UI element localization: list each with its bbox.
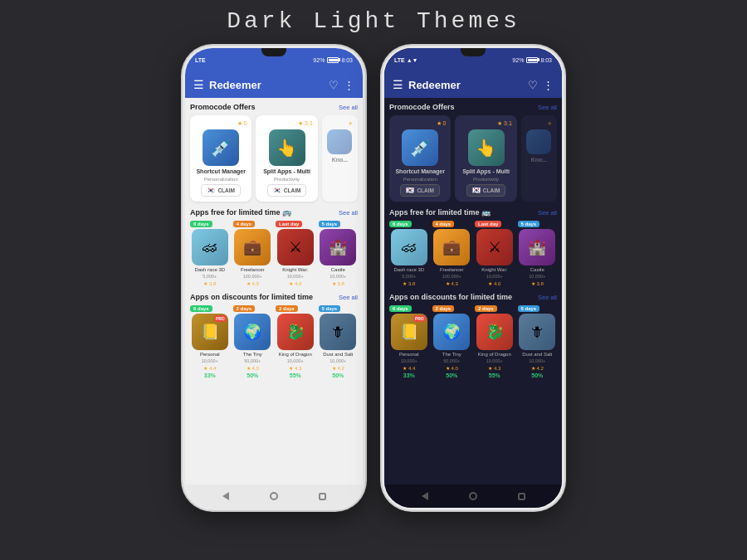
game-count-1-light: 5,000+ xyxy=(203,274,217,279)
disc-card-4-dark[interactable]: 5 days 🗡 Dust and Salt 10,000+ ★ 4.2 50% xyxy=(518,305,558,378)
game-thumb-2-light: 💼 xyxy=(234,229,271,265)
disc-thumb-1-dark: 📒 PRO xyxy=(391,314,427,350)
game-card-3-light[interactable]: Last day ⚔ Knight War: 10,000+ ★ 4.0 xyxy=(276,221,315,286)
disc-card-2-light[interactable]: 2 days 🌍 The Tiny 50,000+ ★ 4.0 50% xyxy=(233,305,273,378)
back-btn-light[interactable] xyxy=(219,489,232,503)
promo-card-1-light[interactable]: ★ 0 💉 Shortcut Manager Personalization 🇰… xyxy=(190,115,251,202)
status-right-light: 92% 8:03 xyxy=(313,57,353,63)
game-count-1-dark: 5,000+ xyxy=(402,274,416,279)
promo-star-1-dark: ★ 0 xyxy=(437,120,447,127)
discount-see-all-dark[interactable]: See all xyxy=(538,294,557,301)
home-btn-dark[interactable] xyxy=(466,489,480,503)
promo-name-2-dark: Split Apps - Multi xyxy=(462,168,510,174)
game-card-1-light[interactable]: 6 days 🏎 Dash race 3D 5,000+ ★ 3.8 xyxy=(190,221,230,286)
claim-btn-1-dark[interactable]: 🇰🇷 CLAIM xyxy=(400,184,440,197)
promo-star-1-light: ★ 0 xyxy=(237,120,247,127)
promo-icon-2-light: 👆 xyxy=(269,129,305,166)
back-btn-dark[interactable] xyxy=(418,489,432,503)
game-badge-3-dark: Last day xyxy=(475,221,501,227)
free-apps-title-dark: Apps free for limited time 🚌 xyxy=(389,208,491,217)
hamburger-icon-light[interactable]: ☰ xyxy=(193,78,204,91)
recents-btn-light[interactable] xyxy=(315,489,329,503)
status-left-light: LTE xyxy=(195,57,206,63)
disc-card-1-light[interactable]: 6 days 📒 PRO Personal 10,000+ ★ 4.4 33% xyxy=(190,305,230,378)
app-header-dark: ☰ Redeemer ♡ ⋮ xyxy=(384,71,562,98)
game-badge-2-dark: 4 days xyxy=(432,221,455,227)
recents-btn-dark[interactable] xyxy=(515,489,528,503)
more-icon-dark[interactable]: ⋮ xyxy=(543,79,554,91)
hamburger-icon-dark[interactable]: ☰ xyxy=(393,78,403,91)
game-badge-4-light: 5 days xyxy=(319,221,341,227)
promo-header-dark: Promocode Offers See all xyxy=(389,103,557,111)
free-apps-see-all-light[interactable]: See all xyxy=(339,209,358,217)
game-name-2-light: Freelancer xyxy=(241,267,265,272)
flag-icon-2-light: 🇰🇷 xyxy=(273,187,281,194)
time-dark: 8:03 xyxy=(540,57,552,63)
game-card-3-dark[interactable]: Last day ⚔ Knight War: 10,000+ ★ 4.0 xyxy=(475,221,515,286)
game-badge-4-dark: 5 days xyxy=(518,221,540,227)
game-card-2-light[interactable]: 4 days 💼 Freelancer 100,000+ ★ 4.3 xyxy=(233,221,273,286)
promo-section-dark: Promocode Offers See all ★ 0 💉 Shortcut … xyxy=(389,103,557,202)
heart-icon-dark[interactable]: ♡ xyxy=(528,79,538,91)
game-name-3-light: Knight War: xyxy=(282,267,308,272)
game-card-1-dark[interactable]: 6 days 🏎 Dash race 3D 5,000+ ★ 3.8 xyxy=(389,221,429,286)
app-header-light: ☰ Redeemer ♡ ⋮ xyxy=(185,71,363,98)
promo-card-3-light: ★ Kno... xyxy=(322,115,358,202)
battery-pct-light: 92% xyxy=(313,57,325,63)
disc-star-3-light: ★ 4.3 xyxy=(289,365,301,371)
more-icon-light[interactable]: ⋮ xyxy=(344,79,354,91)
notch-dark xyxy=(461,48,486,56)
promo-icon-3-light xyxy=(327,129,352,154)
disc-badge-4-light: 5 days xyxy=(319,305,341,312)
phone-light: LTE 92% 8:03 ☰ Redeemer ♡ ⋮ Promocode Of… xyxy=(183,46,365,510)
promo-card-2-light[interactable]: ★ 3.1 👆 Split Apps - Multi Productivity … xyxy=(256,115,317,202)
game-card-4-dark[interactable]: 5 days 🏰 Castle 10,000+ ★ 3.8 xyxy=(518,221,558,286)
disc-thumb-4-light: 🗡 xyxy=(320,314,356,350)
claim-btn-2-dark[interactable]: 🇰🇷 CLAIM xyxy=(466,184,506,197)
game-star-3-dark: ★ 4.0 xyxy=(488,280,500,286)
game-card-2-dark[interactable]: 4 days 💼 Freelancer 100,000+ ★ 4.3 xyxy=(432,221,472,286)
app-content-dark: Promocode Offers See all ★ 0 💉 Shortcut … xyxy=(384,98,562,485)
disc-star-4-dark: ★ 4.2 xyxy=(531,365,544,371)
discount-section-light: Apps on discounts for limited time See a… xyxy=(190,293,358,378)
disc-card-3-light[interactable]: 2 days 🐉 King of Dragon 10,000+ ★ 4.3 55… xyxy=(276,305,315,378)
free-apps-see-all-dark[interactable]: See all xyxy=(538,209,557,217)
discount-see-all-light[interactable]: See all xyxy=(339,294,358,301)
disc-count-1-light: 10,000+ xyxy=(202,358,218,363)
disc-badge-1-dark: 6 days xyxy=(389,305,412,312)
disc-count-2-light: 50,000+ xyxy=(244,358,261,363)
home-btn-light[interactable] xyxy=(267,489,281,503)
promo-see-all-light[interactable]: See all xyxy=(339,104,358,111)
disc-thumb-2-dark: 🌍 xyxy=(433,314,470,350)
promo-see-all-dark[interactable]: See all xyxy=(538,104,557,111)
promo-star-3-light: ★ xyxy=(348,120,353,127)
disc-name-1-light: Personal xyxy=(200,352,220,357)
disc-badge-4-dark: 5 days xyxy=(518,305,540,312)
promo-card-1-dark[interactable]: ★ 0 💉 Shortcut Manager Personalization 🇰… xyxy=(389,115,451,202)
claim-label-2-dark: CLAIM xyxy=(483,187,500,193)
disc-pct-2-light: 50% xyxy=(247,373,258,378)
disc-card-2-dark[interactable]: 2 days 🌍 The Tiny 50,000+ ★ 4.0 50% xyxy=(432,305,472,378)
claim-btn-1-light[interactable]: 🇰🇷 CLAIM xyxy=(201,184,241,197)
disc-badge-3-light: 2 days xyxy=(276,305,298,312)
discount-section-dark: Apps on discounts for limited time See a… xyxy=(389,293,557,378)
disc-card-4-light[interactable]: 5 days 🗡 Dust and Salt 10,000+ ★ 4.2 50% xyxy=(319,305,359,378)
claim-label-2-light: CLAIM xyxy=(284,187,301,193)
status-right-dark: 92% 8:03 xyxy=(512,57,552,63)
pro-badge-light: PRO xyxy=(214,315,227,322)
promo-card-2-dark[interactable]: ★ 3.1 👆 Split Apps - Multi Productivity … xyxy=(455,115,516,202)
claim-btn-2-light[interactable]: 🇰🇷 CLAIM xyxy=(267,184,307,197)
heart-icon-light[interactable]: ♡ xyxy=(329,79,339,91)
disc-star-4-light: ★ 4.2 xyxy=(332,365,344,371)
disc-card-1-dark[interactable]: 6 days 📒 PRO Personal 10,000+ ★ 4.4 33% xyxy=(389,305,429,378)
promo-card-3-dark: ★ Kno... xyxy=(521,115,557,202)
game-card-4-light[interactable]: 5 days 🏰 Castle 10,000+ ★ 3.8 xyxy=(319,221,359,286)
promo-row-light: ★ 0 💉 Shortcut Manager Personalization 🇰… xyxy=(190,115,358,202)
disc-card-3-dark[interactable]: 2 days 🐉 King of Dragon 10,000+ ★ 4.3 55… xyxy=(475,305,515,378)
disc-count-3-light: 10,000+ xyxy=(287,358,304,363)
pro-badge-dark: PRO xyxy=(413,315,426,322)
disc-thumb-4-dark: 🗡 xyxy=(519,314,555,350)
free-apps-title-light: Apps free for limited time 🚌 xyxy=(190,208,291,217)
promo-star-3-dark: ★ xyxy=(547,120,552,127)
game-name-2-dark: Freelancer xyxy=(440,267,464,272)
